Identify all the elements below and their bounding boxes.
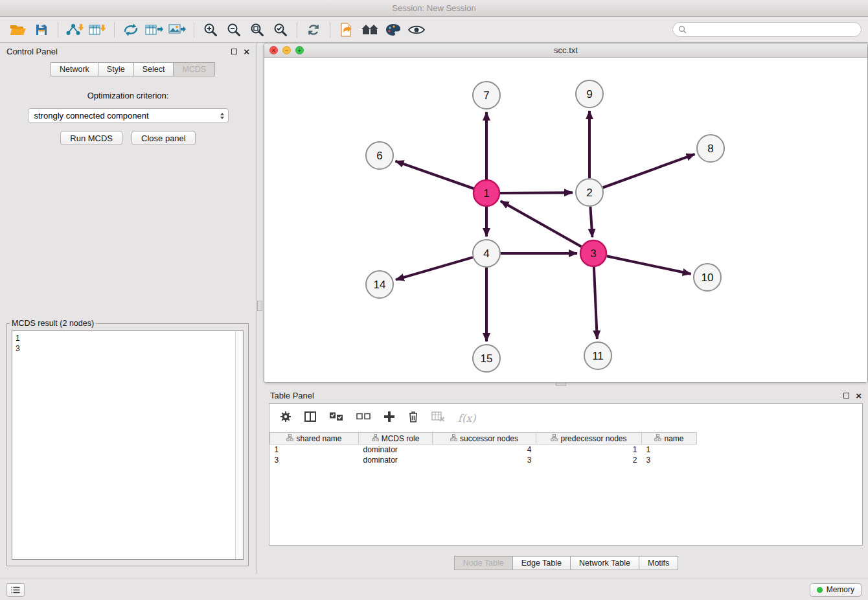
import-table-from-file-icon[interactable] bbox=[86, 20, 109, 40]
toolbar-separator bbox=[297, 22, 297, 38]
graph-node-11[interactable]: 11 bbox=[584, 342, 611, 369]
graph-edge-2-8[interactable] bbox=[603, 154, 695, 188]
graph-edge-1-6[interactable] bbox=[396, 161, 474, 189]
graph-edge-2-3[interactable] bbox=[590, 207, 592, 237]
table-cell[interactable]: 3 bbox=[433, 455, 536, 465]
table-cell[interactable]: 3 bbox=[270, 455, 359, 465]
graph-node-10[interactable]: 10 bbox=[694, 264, 721, 291]
zoom-out-icon[interactable] bbox=[222, 20, 246, 40]
show-columns-icon[interactable] bbox=[304, 411, 316, 425]
network-graph[interactable]: 1234678910111415 bbox=[264, 58, 867, 382]
minimize-window-icon[interactable]: − bbox=[282, 46, 291, 54]
memory-button-label: Memory bbox=[827, 585, 854, 594]
float-panel-icon[interactable] bbox=[231, 49, 237, 54]
refresh-view-icon[interactable] bbox=[302, 20, 325, 40]
table-cell[interactable]: dominator bbox=[359, 444, 433, 455]
table-cell[interactable]: 2 bbox=[536, 455, 642, 465]
network-view-window: × − + scc.txt 1234678910111415 bbox=[264, 43, 868, 383]
graph-node-8[interactable]: 8 bbox=[697, 135, 724, 162]
graph-node-9[interactable]: 9 bbox=[576, 80, 603, 108]
maximize-window-icon[interactable]: + bbox=[295, 46, 304, 54]
show-graphics-details-icon[interactable] bbox=[405, 20, 428, 40]
graph-node-14[interactable]: 14 bbox=[366, 271, 393, 298]
tab-node-table[interactable]: Node Table bbox=[454, 556, 513, 570]
svg-text:14: 14 bbox=[374, 279, 386, 291]
home-view-icon[interactable] bbox=[358, 20, 382, 40]
graph-edge-1-2[interactable] bbox=[500, 192, 573, 193]
optimization-criterion-label: Optimization criterion: bbox=[0, 91, 256, 100]
export-network-icon[interactable] bbox=[335, 20, 358, 40]
table-row[interactable]: 3dominator323 bbox=[270, 455, 697, 465]
criterion-select[interactable]: strongly connected component bbox=[28, 108, 229, 123]
column-header-label: shared name bbox=[296, 434, 341, 443]
tab-mcds[interactable]: MCDS bbox=[173, 62, 215, 76]
tab-style[interactable]: Style bbox=[98, 62, 134, 76]
delete-selected-icon[interactable] bbox=[408, 411, 418, 425]
app-window: Session: New Session bbox=[0, 0, 868, 600]
column-header-predecessor-nodes[interactable]: predecessor nodes bbox=[536, 433, 642, 444]
table-panel-header: Table Panel × bbox=[264, 387, 868, 404]
table-row[interactable]: 1dominator411 bbox=[270, 444, 697, 455]
table-cell[interactable]: 1 bbox=[270, 444, 359, 455]
task-history-button[interactable] bbox=[6, 583, 25, 597]
graph-node-7[interactable]: 7 bbox=[473, 82, 500, 109]
add-row-icon[interactable] bbox=[383, 411, 395, 425]
graph-edge-3-1[interactable] bbox=[501, 201, 582, 246]
function-builder-icon: f(x) bbox=[458, 412, 475, 424]
graph-node-1[interactable]: 1 bbox=[474, 180, 499, 206]
apply-preferred-style-icon[interactable] bbox=[382, 20, 405, 40]
table-cell[interactable]: 3 bbox=[642, 455, 697, 465]
search-input[interactable] bbox=[687, 25, 856, 34]
tab-motifs[interactable]: Motifs bbox=[639, 556, 678, 570]
table-cell[interactable]: 4 bbox=[433, 444, 536, 455]
graph-edge-3-11[interactable] bbox=[594, 267, 597, 339]
select-all-icon[interactable] bbox=[329, 412, 343, 424]
vertical-splitter-handle[interactable] bbox=[257, 301, 262, 311]
column-type-icon bbox=[450, 434, 457, 443]
result-line: 3 bbox=[16, 343, 231, 354]
export-table-icon[interactable] bbox=[143, 20, 166, 40]
search-icon bbox=[678, 25, 687, 34]
network-navigation-icon[interactable] bbox=[119, 20, 143, 40]
tab-select[interactable]: Select bbox=[133, 62, 174, 76]
graph-node-3[interactable]: 3 bbox=[580, 240, 606, 266]
graph-node-2[interactable]: 2 bbox=[576, 179, 603, 206]
table-cell[interactable]: 1 bbox=[536, 444, 642, 455]
column-header-mcds-role[interactable]: MCDS role bbox=[359, 433, 433, 444]
open-session-icon[interactable] bbox=[6, 20, 30, 40]
result-scrollbar[interactable] bbox=[235, 331, 243, 559]
graph-node-4[interactable]: 4 bbox=[473, 240, 500, 267]
tab-edge-table[interactable]: Edge Table bbox=[512, 556, 571, 570]
graph-edge-3-10[interactable] bbox=[607, 256, 691, 273]
memory-button[interactable]: Memory bbox=[810, 583, 862, 597]
export-image-icon[interactable] bbox=[166, 20, 189, 40]
close-window-icon[interactable]: × bbox=[269, 46, 278, 54]
svg-text:7: 7 bbox=[483, 89, 489, 102]
save-session-icon[interactable] bbox=[30, 20, 53, 40]
run-mcds-button[interactable]: Run MCDS bbox=[60, 131, 122, 145]
column-header-label: MCDS role bbox=[382, 434, 420, 443]
table-settings-icon[interactable] bbox=[280, 411, 291, 425]
graph-edge-4-14[interactable] bbox=[396, 257, 473, 280]
table-cell[interactable]: dominator bbox=[359, 455, 433, 465]
select-stepper-icon bbox=[220, 113, 225, 119]
column-header-successor-nodes[interactable]: successor nodes bbox=[433, 433, 536, 444]
deselect-all-icon[interactable] bbox=[356, 412, 371, 424]
column-header-shared-name[interactable]: shared name bbox=[270, 433, 359, 444]
zoom-selected-icon[interactable] bbox=[269, 20, 292, 40]
graph-node-6[interactable]: 6 bbox=[366, 142, 393, 169]
svg-text:6: 6 bbox=[376, 150, 382, 162]
import-network-from-file-icon[interactable] bbox=[63, 20, 86, 40]
tab-network[interactable]: Network bbox=[51, 62, 98, 76]
table-cell[interactable]: 1 bbox=[642, 444, 697, 455]
close-table-panel-icon[interactable]: × bbox=[856, 391, 862, 400]
tab-network-table[interactable]: Network Table bbox=[570, 556, 639, 570]
mcds-result-list[interactable]: 13 bbox=[12, 331, 234, 559]
zoom-in-icon[interactable] bbox=[199, 20, 222, 40]
column-header-name[interactable]: name bbox=[642, 433, 697, 444]
zoom-fit-icon[interactable] bbox=[246, 20, 269, 40]
graph-node-15[interactable]: 15 bbox=[473, 345, 500, 372]
close-panel-icon[interactable]: × bbox=[244, 47, 249, 56]
float-table-panel-icon[interactable] bbox=[843, 393, 849, 398]
close-panel-button[interactable]: Close panel bbox=[131, 131, 196, 145]
